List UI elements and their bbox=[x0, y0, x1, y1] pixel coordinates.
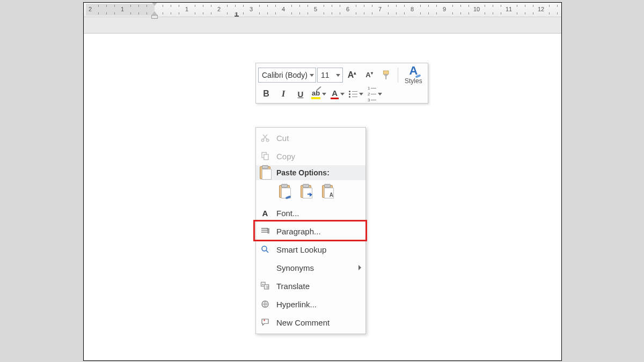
horizontal-ruler[interactable]: 21123456789101112 bbox=[84, 3, 561, 17]
svg-text:a: a bbox=[262, 283, 264, 286]
search-icon bbox=[259, 243, 271, 255]
comment-icon bbox=[259, 316, 271, 328]
italic-icon: I bbox=[282, 88, 286, 99]
font-size-select[interactable]: 11 bbox=[317, 68, 343, 83]
menu-item-cut[interactable]: Cut bbox=[256, 129, 365, 147]
svg-point-4 bbox=[266, 139, 269, 142]
chevron-down-icon bbox=[340, 93, 345, 95]
menu-item-hyperlink[interactable]: Hyperlink... bbox=[256, 295, 365, 313]
clipboard-icon bbox=[259, 167, 271, 179]
bold-button[interactable]: B bbox=[258, 87, 274, 101]
menu-item-font[interactable]: A Font... bbox=[256, 204, 365, 222]
shrink-font-icon: A▾ bbox=[365, 71, 372, 79]
blank-icon bbox=[259, 262, 271, 274]
paste-text-only-button[interactable]: A bbox=[319, 183, 335, 200]
menu-label: Synonyms bbox=[276, 263, 314, 272]
menu-item-paragraph[interactable]: Paragraph... bbox=[256, 222, 365, 240]
globe-icon bbox=[259, 298, 271, 310]
font-color-icon: A bbox=[331, 88, 339, 99]
svg-point-3 bbox=[261, 139, 264, 142]
bullets-icon bbox=[349, 91, 357, 98]
numbering-icon: 1 2 3 bbox=[368, 86, 376, 102]
svg-rect-1 bbox=[385, 74, 387, 75]
menu-item-smart-lookup[interactable]: Smart Lookup bbox=[256, 240, 365, 258]
menu-label: Hyperlink... bbox=[276, 300, 317, 309]
paste-keep-source-icon bbox=[279, 185, 290, 198]
font-family-select[interactable]: Calibri (Body) bbox=[258, 68, 316, 83]
highlight-color-button[interactable]: ab bbox=[310, 87, 328, 101]
underline-button[interactable]: U bbox=[292, 87, 309, 101]
paste-options-header: Paste Options: bbox=[256, 165, 365, 180]
shrink-font-button[interactable]: A▾ bbox=[361, 68, 377, 82]
font-icon: A bbox=[259, 207, 271, 219]
font-color-button[interactable]: A bbox=[329, 87, 346, 101]
menu-label: Smart Lookup bbox=[276, 245, 326, 254]
paste-keep-source-button[interactable] bbox=[276, 183, 292, 200]
translate-icon: a字 bbox=[259, 280, 271, 292]
menu-label: Font... bbox=[276, 209, 299, 218]
chevron-down-icon bbox=[336, 74, 340, 77]
chevron-down-icon bbox=[322, 93, 326, 95]
paste-merge-icon bbox=[301, 185, 311, 198]
svg-rect-2 bbox=[385, 76, 386, 79]
numbering-button[interactable]: 1 2 3 bbox=[366, 87, 384, 101]
paragraph-icon bbox=[259, 225, 271, 237]
grow-font-icon: A▴ bbox=[348, 70, 357, 80]
svg-rect-6 bbox=[264, 154, 268, 160]
highlight-icon: ab bbox=[311, 89, 320, 99]
scissors-icon bbox=[259, 132, 271, 144]
format-painter-button[interactable] bbox=[378, 68, 394, 82]
italic-button[interactable]: I bbox=[275, 87, 291, 101]
chevron-down-icon bbox=[310, 74, 314, 77]
left-indent-marker[interactable] bbox=[151, 11, 158, 19]
grow-font-button[interactable]: A▴ bbox=[344, 68, 360, 82]
paste-merge-button[interactable] bbox=[298, 183, 314, 200]
styles-icon[interactable]: A bbox=[409, 65, 418, 76]
menu-item-new-comment[interactable]: New Comment bbox=[256, 313, 365, 331]
copy-icon bbox=[259, 150, 271, 162]
menu-item-copy[interactable]: Copy bbox=[256, 147, 365, 165]
menu-label: Copy bbox=[276, 152, 295, 161]
menu-label: New Comment bbox=[276, 318, 330, 327]
font-size-value: 11 bbox=[321, 71, 330, 79]
word-editing-area: 21123456789101112 Calibri (Body) 11 A▴ A… bbox=[83, 2, 562, 361]
menu-label: Cut bbox=[276, 134, 289, 143]
menu-item-translate[interactable]: a字 Translate bbox=[256, 277, 365, 295]
chevron-right-icon bbox=[358, 265, 361, 270]
menu-label: Paste Options: bbox=[276, 168, 330, 177]
menu-label: Paragraph... bbox=[276, 227, 321, 236]
paste-options-row: A bbox=[256, 180, 365, 204]
chevron-down-icon bbox=[359, 93, 363, 95]
separator bbox=[398, 68, 398, 83]
svg-rect-0 bbox=[383, 71, 389, 74]
bold-icon: B bbox=[263, 89, 269, 99]
chevron-down-icon bbox=[378, 93, 382, 95]
font-family-value: Calibri (Body) bbox=[262, 71, 308, 79]
underline-icon: U bbox=[298, 90, 304, 99]
styles-label[interactable]: Styles bbox=[405, 77, 422, 85]
tab-stop-marker[interactable] bbox=[235, 12, 239, 17]
menu-label: Translate bbox=[276, 282, 310, 291]
first-line-indent-marker[interactable] bbox=[151, 2, 158, 6]
mini-toolbar: Calibri (Body) 11 A▴ A▾ bbox=[255, 63, 428, 104]
format-painter-icon bbox=[382, 70, 391, 80]
context-menu: Cut Copy Paste Options: A A bbox=[255, 127, 366, 334]
menu-item-synonyms[interactable]: Synonyms bbox=[256, 258, 365, 277]
bullets-button[interactable] bbox=[347, 87, 365, 101]
svg-text:字: 字 bbox=[266, 285, 269, 289]
paste-text-only-icon: A bbox=[322, 185, 333, 198]
svg-point-7 bbox=[262, 246, 267, 251]
